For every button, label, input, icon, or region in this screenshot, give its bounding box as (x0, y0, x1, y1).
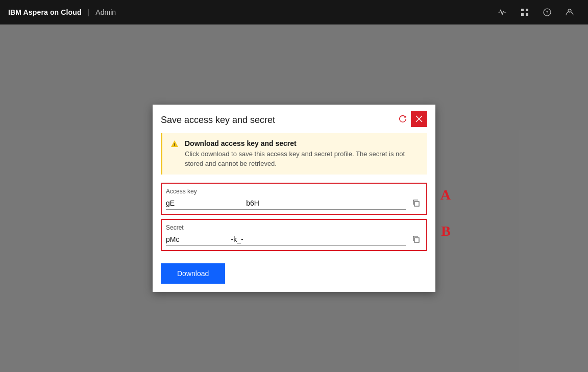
alert-title: Download access key and secret (185, 139, 419, 147)
grid-icon (521, 8, 529, 16)
activity-icon-button[interactable] (492, 0, 512, 24)
close-button[interactable] (411, 111, 427, 127)
app-name: IBM Aspera on Cloud (8, 8, 82, 16)
user-icon-button[interactable] (559, 0, 580, 24)
download-button[interactable]: Download (161, 263, 225, 284)
topbar-separator: | (88, 8, 90, 16)
close-icon (415, 115, 423, 123)
activity-icon (498, 8, 506, 16)
help-icon: ? (543, 8, 551, 16)
topbar-actions: ? (492, 0, 580, 24)
svg-text:!: ! (174, 142, 176, 147)
dialog-title: Save access key and secret (161, 115, 275, 126)
alert-banner: ! Download access key and secret Click d… (161, 133, 427, 174)
svg-rect-11 (414, 238, 419, 242)
topbar-section: Admin (95, 8, 116, 16)
form-section: Access key A (153, 183, 435, 251)
annotation-a: A (440, 187, 451, 203)
access-key-input[interactable] (166, 197, 406, 210)
dialog-header-actions (395, 111, 427, 127)
secret-label: Secret (166, 224, 422, 231)
alert-description: Click download to save this access key a… (185, 150, 419, 168)
warning-icon: ! (170, 140, 179, 150)
dialog-header: Save access key and secret (153, 105, 435, 133)
copy-secret-icon (412, 235, 420, 243)
topbar: IBM Aspera on Cloud | Admin ? (0, 0, 588, 24)
dialog-footer: Download (153, 255, 435, 292)
modal-overlay: Save access key and secret (0, 24, 588, 372)
secret-input[interactable] (166, 233, 406, 246)
access-key-label: Access key (166, 188, 422, 195)
svg-rect-1 (526, 9, 528, 11)
refresh-button[interactable] (395, 111, 411, 127)
copy-access-key-button[interactable] (410, 197, 422, 209)
annotation-b: B (441, 223, 451, 239)
secret-field-group: Secret (161, 219, 427, 251)
access-key-field-group: Access key (161, 183, 427, 215)
secret-wrapper: Secret B (161, 219, 427, 251)
copy-secret-button[interactable] (410, 233, 422, 245)
secret-row (166, 233, 422, 246)
access-key-row (166, 197, 422, 210)
svg-rect-3 (526, 13, 528, 16)
svg-rect-10 (414, 202, 419, 206)
save-access-key-dialog: Save access key and secret (153, 105, 435, 291)
grid-icon-button[interactable] (514, 0, 535, 24)
svg-text:?: ? (546, 10, 548, 15)
alert-content: Download access key and secret Click dow… (185, 139, 419, 168)
svg-rect-2 (521, 13, 524, 16)
user-icon (566, 8, 574, 16)
svg-rect-0 (521, 9, 524, 11)
help-icon-button[interactable]: ? (537, 0, 557, 24)
copy-icon (412, 199, 420, 207)
main-content: Save access key and secret (0, 24, 588, 372)
brand-area: IBM Aspera on Cloud | Admin (8, 8, 116, 16)
refresh-icon (398, 114, 407, 123)
access-key-wrapper: Access key A (161, 183, 427, 215)
